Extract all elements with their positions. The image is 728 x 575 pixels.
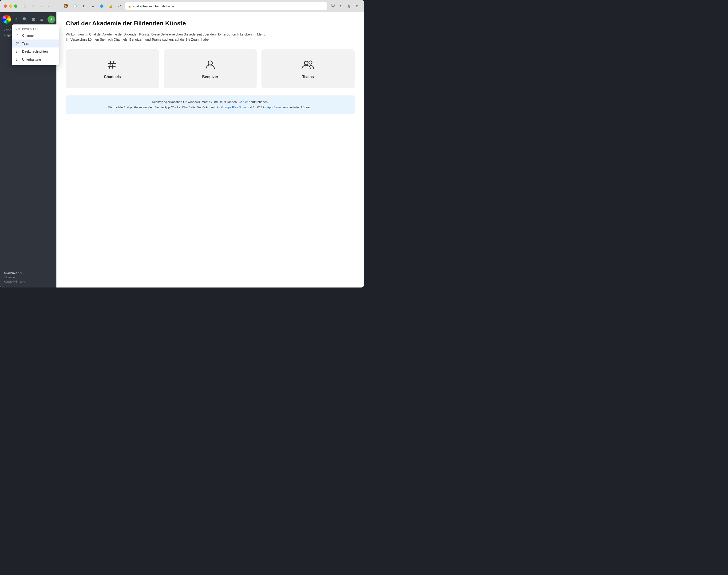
browser-window: ⊞ ▾ ⌂ ‹ › 🦁 🕐 ⬆ ☁ 🔷 🔒 🛡 🔒 chat.adbk-nuer…: [0, 0, 364, 288]
create-team-item[interactable]: Team: [12, 39, 59, 47]
svg-point-0: [16, 42, 18, 43]
svg-line-1: [109, 62, 110, 68]
banner-line1: Desktop Applikationen für Windows, macOS…: [71, 99, 349, 105]
dropdown-section-label: NEU ERSTELLEN: [12, 26, 59, 32]
page-description-line1: Willkommen im Chat der Akademie der Bild…: [66, 32, 355, 42]
desc-line2: Im Verzeichnis können Sie nach Channels,…: [66, 38, 211, 41]
sidebar-top: ⌂ 🔍 ⊞ ☰ A: [0, 12, 57, 26]
directory-cards: Channels Benutzer: [66, 49, 355, 89]
history-button[interactable]: 🕐: [71, 3, 78, 9]
sidebar: ⌂ 🔍 ⊞ ☰ A Channels # general Akademie de…: [0, 12, 57, 288]
banner-line1-after: herunterladen.: [248, 100, 268, 104]
banner-line1-before: Desktop Applikationen für Windows, macOS…: [152, 100, 243, 104]
footer-bold-text: Akademie: [4, 272, 17, 275]
browser-actions: AA ↻ ⊕ ⧉: [330, 3, 360, 9]
tab-list-button[interactable]: ⧉: [354, 3, 360, 9]
teams-card-icon: [301, 59, 315, 71]
search-nav-button[interactable]: 🔍: [21, 15, 29, 23]
page-title: Chat der Akademie der Bildenden Künste: [66, 20, 355, 27]
desc-line1: Willkommen im Chat der Akademie der Bild…: [66, 32, 266, 36]
channels-card-icon: [106, 59, 119, 71]
teams-card[interactable]: Teams: [262, 49, 355, 89]
dm-dropdown-icon: [15, 49, 20, 54]
home-nav-button[interactable]: ⌂: [13, 15, 20, 23]
ext3-button[interactable]: 🛡: [116, 3, 123, 9]
create-channel-label: Channel: [22, 34, 34, 37]
lock-icon: 🔒: [128, 5, 131, 8]
user-status-indicator: [53, 21, 55, 23]
browser-controls: ⊞ ▾ ⌂ ‹ ›: [22, 3, 60, 9]
share-button[interactable]: ⬆: [80, 3, 87, 9]
back-button[interactable]: ‹: [45, 3, 52, 9]
brave-icon[interactable]: 🦁: [63, 3, 69, 9]
forward-button[interactable]: ›: [54, 3, 60, 9]
svg-line-2: [112, 62, 113, 68]
ext1-button[interactable]: 🔷: [98, 3, 105, 9]
channel-dropdown-icon: #: [15, 33, 20, 38]
svg-point-5: [208, 61, 212, 65]
benutzer-card-label: Benutzer: [202, 75, 218, 79]
home-button[interactable]: ⌂: [38, 3, 44, 9]
create-discussion-item[interactable]: Unterhaltung: [12, 56, 59, 64]
svg-point-6: [304, 61, 308, 65]
app-logo: [2, 15, 11, 24]
create-dm-item[interactable]: Direktnachrichten: [12, 47, 59, 56]
traffic-lights: [4, 4, 18, 8]
sidebar-nav-icons: ⌂ 🔍 ⊞ ☰: [13, 15, 45, 23]
google-play-link[interactable]: Google Play Store: [221, 106, 246, 109]
benutzer-card-icon: [204, 59, 216, 71]
minimize-button[interactable]: [9, 4, 12, 8]
create-team-label: Team: [22, 42, 30, 45]
directory-nav-button[interactable]: ⊞: [30, 15, 37, 23]
reload-button[interactable]: ↻: [338, 3, 344, 9]
banner-line2: Für mobile Endgeräte verwenden Sie die A…: [71, 105, 349, 110]
main-content: Chat der Akademie der Bildenden Künste W…: [57, 12, 364, 288]
discussion-dropdown-icon: [15, 57, 20, 62]
channels-card-label: Channels: [104, 75, 121, 79]
app-container: ⌂ 🔍 ⊞ ☰ A Channels # general Akademie de…: [0, 12, 364, 288]
sidebar-toggle-button[interactable]: ⊞: [22, 3, 28, 9]
new-tab-button[interactable]: ⊕: [346, 3, 352, 9]
maximize-button[interactable]: [14, 4, 18, 8]
benutzer-card[interactable]: Benutzer: [164, 49, 257, 89]
banner-line2-after: herunterladen können.: [281, 106, 312, 109]
svg-point-7: [309, 61, 312, 64]
teams-card-label: Teams: [302, 75, 314, 79]
banner-line2-middle: und für iOS im: [246, 106, 267, 109]
banner-line2-before: Für mobile Endgeräte verwenden Sie die A…: [108, 106, 221, 109]
sidebar-footer: Akademie derBildendenKünste Nürnberg: [0, 267, 57, 288]
create-dm-label: Direktnachrichten: [22, 49, 48, 54]
close-button[interactable]: [4, 4, 7, 8]
create-discussion-label: Unterhaltung: [22, 58, 41, 61]
menu-nav-button[interactable]: ☰: [38, 15, 45, 23]
download-link[interactable]: hier: [243, 100, 248, 104]
team-dropdown-icon: [15, 41, 20, 45]
address-bar[interactable]: 🔒 chat.adbk-nuernberg.de/home: [125, 2, 327, 10]
info-banner: Desktop Applikationen für Windows, macOS…: [66, 96, 355, 114]
channel-hash-icon: #: [4, 33, 6, 37]
ext2-button[interactable]: 🔒: [107, 3, 114, 9]
browser-titlebar: ⊞ ▾ ⌂ ‹ › 🦁 🕐 ⬆ ☁ 🔷 🔒 🛡 🔒 chat.adbk-nuer…: [0, 0, 364, 12]
user-avatar-container: A: [47, 15, 55, 23]
url-text: chat.adbk-nuernberg.de/home: [133, 4, 174, 8]
app-store-link[interactable]: App Store: [267, 106, 281, 109]
channels-card[interactable]: Channels: [66, 49, 159, 89]
create-new-dropdown: NEU ERSTELLEN # Channel Team: [12, 25, 59, 65]
cloud-button[interactable]: ☁: [89, 3, 96, 9]
reader-button[interactable]: AA: [330, 3, 336, 9]
create-channel-item[interactable]: # Channel: [12, 32, 59, 39]
tab-dropdown-button[interactable]: ▾: [30, 3, 36, 9]
